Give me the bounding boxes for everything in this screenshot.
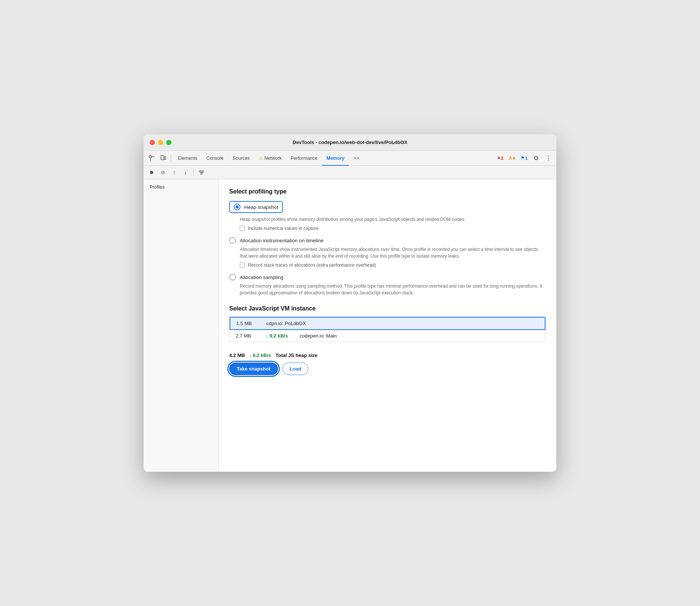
- upload-button[interactable]: ↑: [169, 168, 179, 177]
- heap-snapshot-label: Heap snapshot: [244, 204, 278, 210]
- window-title: DevTools - codepen.io/web-dot-dev/live/P…: [293, 140, 407, 145]
- memory-toolbar: ⏺ ⊘ ↑ ↓: [144, 166, 556, 179]
- minimize-button[interactable]: [158, 140, 163, 145]
- radio-allocation-sampling[interactable]: [229, 274, 236, 280]
- svg-rect-1: [161, 156, 164, 160]
- vm-cdpn-size: 1.5 MB: [236, 321, 266, 326]
- take-snapshot-button[interactable]: Take snapshot: [229, 363, 278, 375]
- warn-count: 6: [513, 156, 515, 160]
- allocation-timeline-desc: Allocation timelines show instrumented J…: [240, 246, 546, 260]
- nav-toolbar: Elements Console Sources ⚠ Network Perfo…: [144, 151, 556, 166]
- warn-icon: ⚠: [509, 156, 512, 160]
- info-badge[interactable]: ⚑ 1: [519, 155, 529, 161]
- allocation-timeline-label: Allocation instrumentation on timeline: [240, 238, 324, 243]
- info-icon: ⚑: [521, 156, 524, 160]
- separator2: [193, 169, 194, 176]
- load-button[interactable]: Load: [282, 363, 308, 375]
- device-icon[interactable]: [158, 153, 168, 164]
- option-allocation-sampling[interactable]: Allocation sampling Record memory alloca…: [229, 274, 546, 296]
- more-options-icon[interactable]: ⋮: [543, 153, 553, 164]
- stop-button[interactable]: ⊘: [158, 168, 168, 177]
- total-speed: 9.2 kB/s: [252, 352, 271, 358]
- allocation-timeline-checkbox-row[interactable]: Record stack traces of allocations (extr…: [240, 262, 546, 268]
- main-layout: Profiles Select profiling type Heap snap…: [144, 179, 556, 472]
- error-badge[interactable]: ✕ 2: [495, 155, 505, 161]
- tab-console[interactable]: Console: [202, 151, 228, 166]
- vm-cdpn-name: cdpn.io: PoLdbOX: [266, 321, 306, 326]
- tab-network[interactable]: ⚠ Network: [254, 151, 286, 166]
- toolbar-right: ✕ 2 ⚠ 6 ⚑ 1 ⚙ ⋮: [495, 153, 553, 164]
- allocation-sampling-desc: Record memory allocations using sampling…: [240, 283, 546, 296]
- allocation-sampling-label: Allocation sampling: [240, 274, 283, 280]
- radio-heap-snapshot[interactable]: [234, 204, 240, 210]
- svg-rect-0: [149, 156, 152, 158]
- footer-bar: 4.2 MB ↓ 9.2 kB/s Total JS heap size: [229, 348, 546, 360]
- svg-rect-3: [199, 171, 204, 171]
- warn-badge[interactable]: ⚠ 6: [507, 155, 517, 161]
- vm-section-title: Select JavaScript VM instance: [229, 305, 546, 312]
- action-buttons: Take snapshot Load: [229, 363, 546, 375]
- vm-row-codepen[interactable]: 2.7 MB ↓ 9.2 kB/s codepen.io: Main: [230, 330, 545, 342]
- nav-tabs: Elements Console Sources ⚠ Network Perfo…: [173, 151, 494, 166]
- total-size: 4.2 MB: [229, 352, 245, 358]
- inspect-icon[interactable]: [147, 153, 157, 164]
- error-count: 2: [501, 156, 503, 160]
- include-numerical-checkbox[interactable]: [240, 226, 245, 231]
- content-area: Select profiling type Heap snapshot Heap…: [219, 179, 556, 472]
- vm-codepen-speed: 9.2 kB/s: [270, 333, 300, 339]
- record-stack-traces-checkbox[interactable]: [240, 262, 245, 268]
- separator: [171, 154, 171, 162]
- radio-allocation-timeline[interactable]: [229, 237, 236, 244]
- option-heap-snapshot[interactable]: Heap snapshot Heap snapshot profiles sho…: [229, 201, 546, 231]
- tab-more[interactable]: >>: [349, 151, 364, 166]
- settings-icon[interactable]: ⚙: [531, 153, 541, 164]
- devtools-window: DevTools - codepen.io/web-dot-dev/live/P…: [144, 134, 556, 472]
- titlebar: DevTools - codepen.io/web-dot-dev/live/P…: [144, 134, 556, 151]
- svg-rect-2: [164, 157, 166, 159]
- tab-performance[interactable]: Performance: [286, 151, 322, 166]
- svg-rect-4: [200, 172, 203, 173]
- vm-codepen-name: codepen.io: Main: [300, 333, 337, 339]
- close-button[interactable]: [150, 140, 155, 145]
- network-warn-icon: ⚠: [259, 156, 263, 161]
- option-allocation-timeline[interactable]: Allocation instrumentation on timeline A…: [229, 237, 546, 268]
- tab-memory[interactable]: Memory: [322, 151, 349, 166]
- heap-snapshot-desc: Heap snapshot profiles show memory distr…: [240, 216, 546, 223]
- total-label: Total JS heap size: [276, 352, 318, 358]
- tab-sources[interactable]: Sources: [228, 151, 254, 166]
- sidebar-profiles-label: Profiles: [144, 182, 218, 192]
- download-button[interactable]: ↓: [180, 168, 190, 177]
- record-stack-traces-label: Record stack traces of allocations (extr…: [248, 262, 376, 268]
- traffic-lights: [150, 140, 171, 145]
- sidebar: Profiles: [144, 179, 219, 472]
- vm-row-cdpn[interactable]: 1.5 MB cdpn.io: PoLdbOX: [230, 317, 545, 330]
- error-icon: ✕: [497, 156, 500, 160]
- info-count: 1: [525, 156, 527, 160]
- vm-instance-table: 1.5 MB cdpn.io: PoLdbOX 2.7 MB ↓ 9.2 kB/…: [229, 316, 546, 342]
- record-button[interactable]: ⏺: [147, 168, 156, 177]
- maximize-button[interactable]: [166, 140, 171, 145]
- heap-snapshot-checkbox-row[interactable]: Include numerical values in capture: [240, 226, 546, 231]
- include-numerical-label: Include numerical values in capture: [248, 226, 318, 231]
- clear-button[interactable]: [197, 168, 206, 177]
- tab-elements[interactable]: Elements: [173, 151, 202, 166]
- svg-rect-5: [200, 174, 203, 174]
- vm-codepen-size: 2.7 MB: [236, 333, 266, 339]
- profiling-section-title: Select profiling type: [229, 188, 546, 195]
- total-speed-arrow: ↓: [249, 352, 252, 358]
- vm-codepen-speed-arrow: ↓: [266, 333, 268, 339]
